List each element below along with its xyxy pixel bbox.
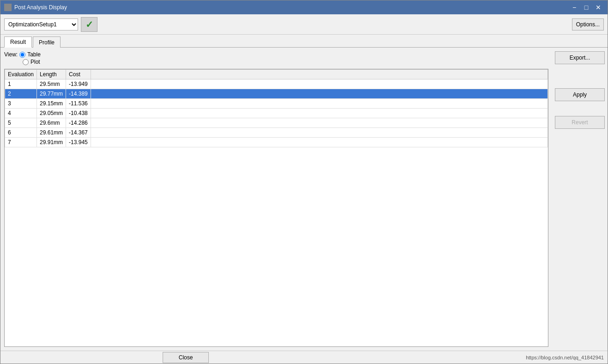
cell-length: 29.77mm [37,89,66,99]
options-button[interactable]: Options... [572,18,604,30]
check-button[interactable]: ✓ [81,17,97,32]
cell-evaluation: 1 [5,79,37,89]
check-icon: ✓ [85,19,93,30]
view-plot-row: Plot [4,59,548,65]
table-row[interactable]: 729.91mm-13.945 [5,138,548,147]
window-controls: − □ ✕ [569,3,604,12]
cell-spacer [91,118,547,128]
col-evaluation: Evaluation [5,70,37,79]
view-table-radio[interactable] [19,52,25,58]
cell-cost: -14.286 [66,118,91,128]
cell-cost: -14.389 [66,89,91,99]
cell-spacer [91,138,547,147]
cell-cost: -10.438 [66,109,91,118]
main-panel: View: Table Plot Evaluation Length [0,48,552,351]
window-title: Post Analysis Display [14,4,569,11]
cell-spacer [91,79,547,89]
setup-dropdown[interactable]: OptimizationSetup1 [4,18,78,30]
toolbar: OptimizationSetup1 ✓ Options... [0,14,608,35]
cell-cost: -14.367 [66,128,91,138]
cell-cost: -13.945 [66,138,91,147]
view-plot-label[interactable]: Plot [30,59,40,65]
col-length: Length [37,70,66,79]
cell-length: 29.05mm [37,109,66,118]
cell-length: 29.91mm [37,138,66,147]
minimize-button[interactable]: − [569,3,580,12]
status-url: https://blog.csdn.net/qq_41842941 [526,355,604,360]
cell-length: 29.61mm [37,128,66,138]
close-window-button[interactable]: ✕ [593,3,604,12]
tab-profile[interactable]: Profile [33,36,61,48]
cell-spacer [91,109,547,118]
export-button[interactable]: Export... [555,51,605,64]
status-bar: Close https://blog.csdn.net/qq_41842941 [0,351,608,364]
results-table: Evaluation Length Cost 129.5mm-13.949229… [5,69,548,147]
cell-evaluation: 5 [5,118,37,128]
view-section: View: Table Plot [4,51,548,66]
cell-length: 29.15mm [37,99,66,109]
revert-button[interactable]: Revert [555,116,605,129]
apply-button[interactable]: Apply [555,88,605,101]
col-spacer [91,70,547,79]
spacer2 [555,104,605,113]
view-label: View: [4,51,18,58]
content-area: View: Table Plot Evaluation Length [0,48,608,351]
cell-cost: -11.536 [66,99,91,109]
maximize-button[interactable]: □ [581,3,592,12]
window-icon [4,4,12,11]
cell-spacer [91,99,547,109]
title-bar: Post Analysis Display − □ ✕ [0,0,608,14]
main-window: Post Analysis Display − □ ✕ Optimization… [0,0,608,364]
table-container[interactable]: Evaluation Length Cost 129.5mm-13.949229… [4,69,548,347]
col-cost: Cost [66,70,91,79]
table-row[interactable]: 129.5mm-13.949 [5,79,548,89]
cell-length: 29.5mm [37,79,66,89]
view-table-label[interactable]: Table [27,51,41,58]
cell-length: 29.6mm [37,118,66,128]
cell-evaluation: 3 [5,99,37,109]
cell-spacer [91,89,547,99]
cell-spacer [91,128,547,138]
cell-cost: -13.949 [66,79,91,89]
table-row[interactable]: 329.15mm-11.536 [5,99,548,109]
table-header-row: Evaluation Length Cost [5,70,548,79]
cell-evaluation: 7 [5,138,37,147]
cell-evaluation: 2 [5,89,37,99]
view-table-row: View: Table [4,51,548,58]
spacer1 [555,67,605,85]
cell-evaluation: 4 [5,109,37,118]
table-row[interactable]: 529.6mm-14.286 [5,118,548,128]
view-plot-radio[interactable] [23,59,29,65]
tabs-bar: Result Profile [0,35,608,48]
table-row[interactable]: 629.61mm-14.367 [5,128,548,138]
right-panel: Export... Apply Revert [552,48,608,351]
table-row[interactable]: 429.05mm-10.438 [5,109,548,118]
table-row[interactable]: 229.77mm-14.389 [5,89,548,99]
tab-result[interactable]: Result [4,36,32,48]
cell-evaluation: 6 [5,128,37,138]
close-button[interactable]: Close [163,352,209,363]
